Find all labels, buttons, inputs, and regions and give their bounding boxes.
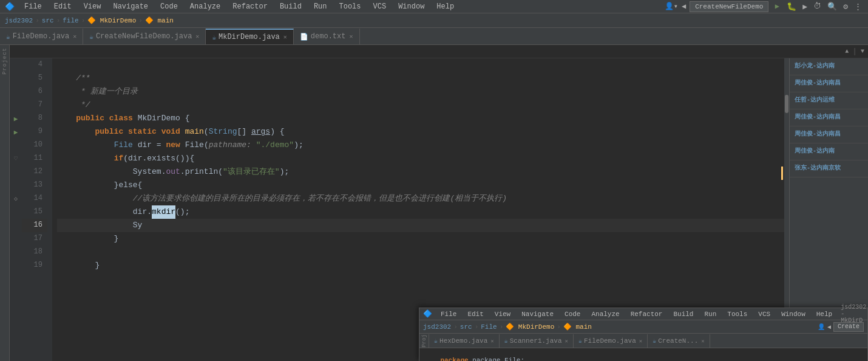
sw-menu-help[interactable]: Help: [814, 309, 835, 319]
sw-run-config[interactable]: Create: [833, 322, 864, 332]
comment-text: * 新建一个目录: [57, 85, 138, 98]
chat-name-6: 张东-达内南京软: [795, 164, 863, 173]
line-indicators: ▶ ▶ ♡ ◇: [10, 58, 22, 361]
indicator-9[interactable]: ▶: [10, 125, 22, 139]
profile-icon[interactable]: 👤▾: [665, 2, 678, 11]
bc-file[interactable]: file: [63, 17, 78, 24]
line-15: 15: [22, 205, 47, 219]
sw-menu-run[interactable]: Run: [702, 309, 719, 319]
sw-menu-code[interactable]: Code: [562, 309, 583, 319]
chat-item-3[interactable]: 周佳俊-达内南昌: [790, 109, 868, 126]
sw-tab-scanner1[interactable]: ☕ Scanner1.java ✕: [500, 334, 574, 348]
sw-bc-src[interactable]: src: [460, 323, 472, 331]
chat-item-2[interactable]: 任哲-达内运维: [790, 92, 868, 109]
nav-back-icon[interactable]: ◀: [682, 2, 686, 11]
indent-16: Sy: [57, 219, 142, 232]
run-config-dropdown[interactable]: CreateNewFileDemo: [690, 1, 768, 12]
settings-icon[interactable]: ⚙: [842, 2, 849, 12]
sw-profile-icon[interactable]: 👤: [818, 323, 825, 331]
minimap-sep: |: [852, 47, 857, 56]
breadcrumb: jsd2302 › src › file › 🔶 MkDirDemo › 🔶 m…: [0, 13, 868, 28]
sw-menu-vcs[interactable]: VCS: [756, 309, 773, 319]
menu-edit[interactable]: Edit: [52, 1, 74, 12]
menu-vcs[interactable]: VCS: [371, 1, 389, 12]
menu-view[interactable]: View: [81, 1, 104, 12]
search-icon[interactable]: 🔍: [826, 2, 838, 12]
line-9: 9: [22, 125, 47, 139]
sw-menu-navigate[interactable]: Navigate: [519, 309, 556, 319]
sw-menu-edit[interactable]: Edit: [465, 309, 486, 319]
sw-tab-close-4[interactable]: ✕: [701, 338, 704, 345]
chat-item-0[interactable]: 彭小龙-达内南: [790, 58, 868, 75]
sw-menu-build[interactable]: Build: [671, 309, 696, 319]
code-line-7: */: [57, 98, 784, 112]
menu-navigate[interactable]: Navigate: [110, 1, 151, 12]
sw-tab-close[interactable]: ✕: [490, 338, 493, 345]
sw-tab-hexdemo[interactable]: ☕ HexDemo.java ✕: [429, 334, 500, 348]
tab-close-icon[interactable]: ✕: [73, 33, 76, 40]
line-18: 18: [22, 246, 47, 259]
indicator-8[interactable]: ▶: [10, 112, 22, 125]
println-dot: .println(: [180, 165, 223, 179]
profile-run-button[interactable]: ⏱: [812, 2, 822, 11]
code-line-15: dir.mkdir();: [57, 205, 784, 219]
run-coverage-button[interactable]: ▶️: [801, 2, 809, 12]
tab-close-icon[interactable]: ✕: [349, 33, 353, 40]
sw-menu-file[interactable]: File: [438, 309, 459, 319]
second-tabs-bar: Proj ☕ HexDemo.java ✕ ☕ Scanner1.java ✕ …: [419, 334, 867, 348]
code-line-4: [57, 58, 784, 72]
bc-project[interactable]: jsd2302: [5, 17, 33, 24]
sw-tab-filedemo[interactable]: ☕ FileDemo.java ✕: [574, 334, 648, 348]
bc-class[interactable]: 🔶 MkDirDemo: [87, 16, 136, 24]
chat-item-6[interactable]: 张东-达内南京软: [790, 160, 868, 177]
sw-tab-close-3[interactable]: ✕: [639, 338, 642, 345]
menu-code[interactable]: Code: [158, 1, 180, 12]
menu-file[interactable]: File: [22, 1, 44, 12]
tab-close-icon[interactable]: ✕: [195, 33, 199, 40]
project-side-panel[interactable]: Project: [0, 45, 10, 361]
tab-label: FileDemo.java: [13, 32, 70, 41]
file-constructor: File(: [185, 139, 209, 152]
sw-bc-method[interactable]: 🔶 main: [563, 323, 592, 331]
code-line-10: File dir = new File(pathname: "./demo");: [57, 139, 784, 152]
tab-demotxt[interactable]: 📄 demo.txt ✕: [294, 29, 360, 44]
sw-bc-file[interactable]: File: [481, 323, 497, 331]
bc-src[interactable]: src: [42, 17, 54, 24]
sw-tab-close-2[interactable]: ✕: [565, 338, 568, 345]
sw-java-icon-2: ☕: [504, 337, 508, 345]
menu-help[interactable]: Help: [434, 1, 456, 12]
chat-item-1[interactable]: 周佳俊-达内南昌: [790, 75, 868, 92]
minimap-down-icon[interactable]: ▼: [860, 48, 866, 55]
sw-menu-view[interactable]: View: [492, 309, 513, 319]
menu-refactor[interactable]: Refactor: [230, 1, 270, 12]
scroll-thumb[interactable]: [785, 95, 788, 113]
tab-createnewfiledemo[interactable]: ☕ CreateNewFileDemo.java ✕: [83, 29, 206, 44]
code-line-19: }: [57, 259, 784, 272]
sw-menu-refactor[interactable]: Refactor: [628, 309, 665, 319]
run-button[interactable]: ▶: [772, 2, 782, 12]
debug-button[interactable]: 🐛: [785, 2, 798, 12]
sw-bc-class[interactable]: 🔶 MkDirDemo: [506, 323, 554, 331]
sw-nav-icon[interactable]: ◀: [827, 323, 831, 331]
tab-close-icon[interactable]: ✕: [283, 33, 287, 41]
tab-mkdirdemo[interactable]: ☕ MkDirDemo.java ✕: [206, 29, 293, 44]
menu-build[interactable]: Build: [277, 1, 304, 12]
param-hint: pathname:: [209, 139, 251, 152]
sw-tab-label: HexDemo.java: [439, 337, 487, 345]
menu-run[interactable]: Run: [311, 1, 330, 12]
tab-filedemo[interactable]: ☕ FileDemo.java ✕: [0, 29, 83, 44]
menu-tools[interactable]: Tools: [337, 1, 364, 12]
menu-analyze[interactable]: Analyze: [188, 1, 223, 12]
menu-window[interactable]: Window: [396, 1, 427, 12]
chat-item-4[interactable]: 周佳俊-达内南昌: [790, 126, 868, 143]
sw-bc-project[interactable]: jsd2302: [423, 323, 451, 331]
sw-tab-create[interactable]: ☕ CreateN... ✕: [648, 334, 710, 348]
minimap-up-icon[interactable]: ▲: [844, 48, 850, 55]
sw-menu-window[interactable]: Window: [779, 309, 808, 319]
chat-name-1: 周佳俊-达内南昌: [795, 79, 863, 88]
sw-menu-analyze[interactable]: Analyze: [589, 309, 622, 319]
sw-menu-tools[interactable]: Tools: [725, 309, 750, 319]
bc-method[interactable]: 🔶 main: [145, 16, 174, 24]
chat-item-5[interactable]: 周佳俊-达内南: [790, 143, 868, 160]
more-icon[interactable]: ⋮: [853, 2, 863, 12]
